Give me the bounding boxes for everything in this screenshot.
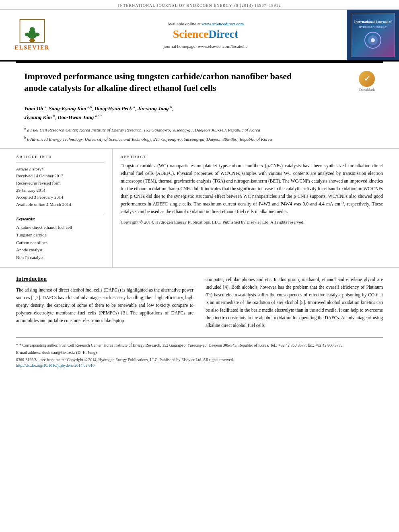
online-date: Available online 4 March 2014 — [16, 201, 104, 208]
journal-header: INTERNATIONAL JOURNAL OF HYDROGEN ENERGY… — [0, 0, 399, 10]
elsevier-logo: ELSEVIER — [15, 19, 50, 51]
author-donghyun-peck: Dong-Hyun Peck — [95, 106, 132, 112]
crossmark-badge: ✓ CrossMark — [359, 71, 375, 92]
elsevier-text: ELSEVIER — [15, 45, 50, 51]
available-online-text: Available online at www.sciencedirect.co… — [167, 21, 244, 26]
author-yumi-oh: Yumi Oh — [24, 106, 43, 112]
footer-copyright: 0360-3199/$ – see front matter Copyright… — [16, 357, 383, 362]
journal-cover-image: International Journal of HYDROGEN ENERGY — [351, 13, 395, 57]
revised-date: 29 January 2014 — [16, 187, 104, 194]
cover-graphic — [363, 30, 383, 50]
affiliation-b: b b Advanced Energy Technology, Universi… — [24, 135, 375, 142]
keyword-2: Tungsten carbide — [16, 231, 104, 239]
cover-title: International Journal of — [354, 20, 391, 24]
keyword-4: Anode catalyst — [16, 246, 104, 254]
corresponding-author-note: * * Corresponding author. Fuel Cell Rese… — [16, 342, 383, 349]
abstract-label: ABSTRACT — [121, 155, 383, 159]
article-history-group: Article history: Received 14 October 201… — [16, 162, 104, 208]
received-date: Received 14 October 2013 — [16, 173, 104, 180]
article-info-abstract: ARTICLE INFO Article history: Received 1… — [0, 149, 399, 268]
journal-banner: ELSEVIER Available online at www.science… — [0, 10, 399, 62]
spacer-1 — [0, 268, 399, 276]
article-title-section: Improved performance using tungsten carb… — [0, 63, 399, 98]
sciencedirect-logo: ScienceDirect — [173, 28, 239, 41]
footer-doi[interactable]: http://dx.doi.org/10.1016/j.ijhydene.201… — [16, 363, 383, 368]
article-title: Improved performance using tungsten carb… — [24, 71, 306, 94]
svg-point-10 — [371, 38, 375, 42]
svg-point-5 — [35, 33, 40, 36]
introduction-heading: Introduction — [16, 276, 193, 282]
intro-left-text: The arising interest of direct alcohol f… — [16, 286, 193, 325]
abstract-section: ABSTRACT Tungsten carbides (WC) nanopart… — [113, 149, 383, 267]
authors-section: Yumi Oh a, Sang-Kyung Kim a,b, Dong-Hyun… — [0, 98, 399, 149]
intro-left-col: Introduction The arising interest of dir… — [16, 276, 193, 329]
journal-cover-area: International Journal of HYDROGEN ENERGY — [347, 10, 399, 60]
revised-label: Received in revised form — [16, 180, 104, 187]
article-footer: * * Corresponding author. Fuel Cell Rese… — [16, 337, 383, 372]
available-online-link[interactable]: www.sciencedirect.com — [202, 21, 244, 26]
keyword-3: Carbon nanofiber — [16, 239, 104, 246]
cover-subtitle: HYDROGEN ENERGY — [359, 25, 387, 29]
elsevier-logo-area: ELSEVIER — [0, 10, 64, 60]
journal-header-text: INTERNATIONAL JOURNAL OF HYDROGEN ENERGY… — [118, 3, 281, 8]
authors-list: Yumi Oh a, Sang-Kyung Kim a,b, Dong-Hyun… — [24, 104, 375, 122]
accepted-date: Accepted 3 February 2014 — [16, 194, 104, 201]
svg-point-4 — [25, 33, 30, 36]
intro-right-col: computer, cellular phones and etc. In th… — [206, 276, 383, 329]
history-label: Article history: — [16, 166, 104, 173]
svg-point-3 — [30, 27, 35, 31]
author-sangkyung-kim: Sang-Kyung Kim — [49, 106, 86, 112]
affiliation-a: a a Fuel Cell Research Center, Korea Ins… — [24, 126, 375, 133]
article-info-label: ARTICLE INFO — [16, 155, 104, 159]
keyword-5: Non-Pt catalyst — [16, 254, 104, 261]
abstract-text: Tungsten carbides (WC) nanoparticles on … — [121, 162, 383, 216]
keywords-label: Keywords: — [16, 216, 104, 221]
keywords-section: Keywords: Alkaline direct ethanol fuel c… — [16, 213, 104, 261]
author-jiyoung-kim: Jiyoung Kim — [24, 115, 52, 121]
elsevier-tree-icon — [18, 19, 46, 43]
keyword-1: Alkaline direct ethanol fuel cell — [16, 224, 104, 231]
sciencedirect-area: Available online at www.sciencedirect.co… — [64, 10, 347, 60]
author-doohwan-jung: Doo-Hwan Jung — [58, 115, 94, 121]
crossmark-icon: ✓ — [359, 71, 375, 87]
doi-link[interactable]: http://dx.doi.org/10.1016/j.ijhydene.201… — [16, 363, 95, 368]
author-jinsung-jang: Jin-sung Jang — [138, 106, 169, 112]
email-note: E-mail address: doohwan@kier.re.kr (D.-H… — [16, 349, 383, 356]
journal-homepage: journal homepage: www.elsevier.com/locat… — [164, 44, 248, 49]
article-left-column: ARTICLE INFO Article history: Received 1… — [16, 149, 113, 267]
crossmark-label: CrossMark — [359, 88, 375, 92]
introduction-columns: Introduction The arising interest of dir… — [0, 276, 399, 337]
svg-point-7 — [29, 39, 35, 42]
intro-right-text: computer, cellular phones and etc. In th… — [206, 276, 383, 329]
abstract-copyright: Copyright © 2014, Hydrogen Energy Public… — [121, 219, 383, 226]
